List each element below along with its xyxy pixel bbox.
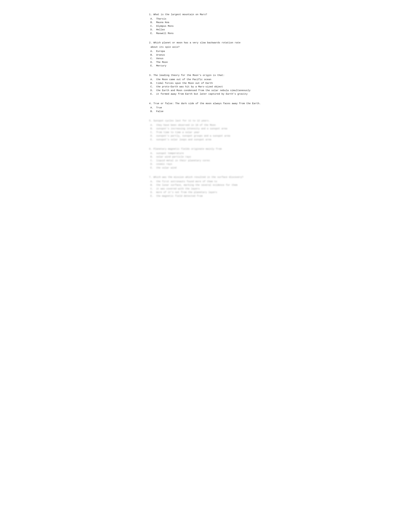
question-5: 5. Sunspot cycles last for 11 to 12 year… bbox=[149, 119, 262, 142]
q2-option-d: D. The Moon bbox=[149, 61, 262, 64]
question-6: 6. Planetary magnetic fields originate m… bbox=[149, 147, 262, 170]
question-1: 1. What is the largest mountain on Mars?… bbox=[149, 13, 262, 35]
q5-text: 5. Sunspot cycles last for 11 to 12 year… bbox=[149, 119, 262, 123]
q3-option-d: D. the Earth and Moon condensed from the… bbox=[149, 89, 262, 93]
question-7: 7. Which was the mission which resulted … bbox=[149, 176, 262, 198]
q3-option-b: B. tidal forces spun the Moon out of Ear… bbox=[149, 82, 262, 85]
q5-option-a: A. they have been observed in 10 of the … bbox=[149, 124, 262, 127]
q2-option-e: E. Mercury bbox=[149, 64, 262, 68]
q7-option-e: E. the magnetic field detected from bbox=[149, 194, 262, 198]
q1-option-e: E. Maxwell Mons bbox=[149, 32, 262, 36]
q7-text: 7. Which was the mission which resulted … bbox=[149, 176, 262, 179]
q2-option-c: C. Venus bbox=[149, 57, 262, 61]
exam-page: 1. What is the largest mountain on Mars?… bbox=[149, 13, 262, 198]
q6-option-d: D. cosmic rays bbox=[149, 162, 262, 166]
q6-option-c: C. liquid metal in their planetary cores bbox=[149, 159, 262, 163]
q3-option-e: E. it formed away from Earth but later c… bbox=[149, 92, 262, 96]
q7-option-d: D. more of it's not from the planetary l… bbox=[149, 191, 262, 194]
q1-option-b: B. Mauna Kea bbox=[149, 21, 262, 25]
q5-option-e: E. sunspot's solar loops and sunspot are… bbox=[149, 138, 262, 142]
q7-option-b: B. the lunar surface, marking the severa… bbox=[149, 183, 262, 187]
q3-text: 3. The leading theory for the Moon's ori… bbox=[149, 74, 262, 77]
q7-option-c: C. it was covered with the layers bbox=[149, 187, 262, 191]
q1-text: 1. What is the largest mountain on Mars? bbox=[149, 13, 262, 17]
q1-option-d: D. Hellas bbox=[149, 28, 262, 32]
q6-text: 6. Planetary magnetic fields originate m… bbox=[149, 147, 262, 151]
q5-option-b: B. sunspot's increasing intensity and a … bbox=[149, 127, 262, 131]
q2-option-a: A. Europa bbox=[149, 50, 262, 53]
question-4: 4. True or false: The dark side of the m… bbox=[149, 102, 262, 114]
question-2: 2. Which planet or moon has a very slow … bbox=[149, 41, 262, 68]
q1-option-c: C. Olympus Mons bbox=[149, 25, 262, 28]
q2-text-cont: about its spin axis? bbox=[149, 46, 262, 49]
q1-option-a: A. Tharsis bbox=[149, 17, 262, 21]
q5-option-c: C. from time to time a solar year bbox=[149, 131, 262, 134]
q6-option-b: B. solar wind particle rays bbox=[149, 155, 262, 159]
q2-text: 2. Which planet or moon has a very slow … bbox=[149, 41, 262, 45]
q3-option-c: C. the proto-Earth was hit by a Mars-siz… bbox=[149, 85, 262, 89]
q6-option-a: A. sunspot temperature bbox=[149, 152, 262, 155]
q2-option-b: B. Uranus bbox=[149, 53, 262, 57]
q3-option-a: A. the Moon came out of the Pacific ocea… bbox=[149, 78, 262, 82]
q4-text: 4. True or false: The dark side of the m… bbox=[149, 102, 262, 105]
q4-option-b: B. False bbox=[149, 110, 262, 114]
question-3: 3. The leading theory for the Moon's ori… bbox=[149, 74, 262, 96]
q6-option-e: E. the solar wind bbox=[149, 166, 262, 170]
q5-option-d: D. sunspot's partly, sunspot groups and … bbox=[149, 134, 262, 138]
q4-option-a: A. True bbox=[149, 106, 262, 110]
q7-option-a: A. the first astronauts found more of th… bbox=[149, 180, 262, 184]
